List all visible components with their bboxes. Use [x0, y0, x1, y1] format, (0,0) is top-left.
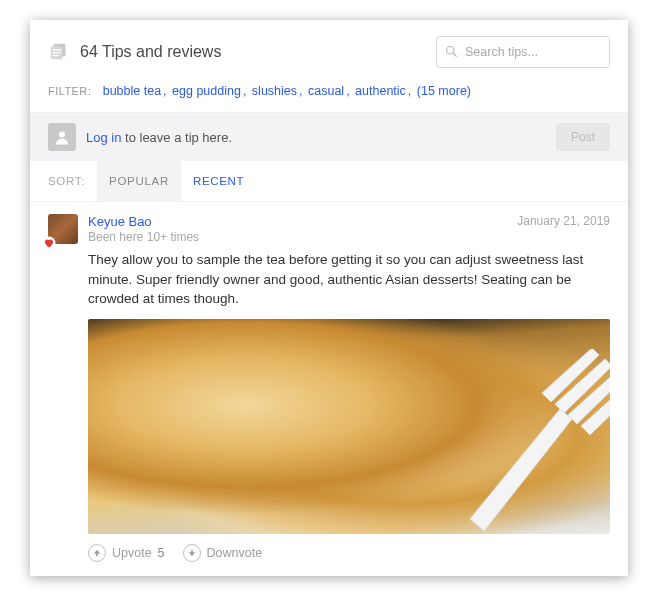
tip-photo[interactable]	[88, 319, 610, 534]
sort-bar: SORT: POPULAR RECENT	[30, 161, 628, 202]
downvote-button[interactable]: Downvote	[183, 544, 263, 562]
filter-more[interactable]: (15 more)	[417, 84, 471, 98]
tip-item: Keyue Bao Been here 10+ times January 21…	[30, 202, 628, 576]
page-title: 64 Tips and reviews	[80, 43, 426, 61]
sort-label: SORT:	[48, 175, 85, 187]
search-icon	[445, 45, 457, 60]
user-avatar-placeholder	[48, 123, 76, 151]
login-link[interactable]: Log in	[86, 130, 121, 145]
upvote-count: 5	[158, 546, 165, 560]
filter-link[interactable]: egg pudding	[172, 84, 241, 98]
filter-row: FILTER: bubble tea, egg pudding, slushie…	[30, 80, 628, 113]
search-box[interactable]	[436, 36, 610, 68]
filter-link[interactable]: casual	[308, 84, 344, 98]
filter-link[interactable]: authentic	[355, 84, 406, 98]
svg-point-4	[59, 131, 65, 137]
search-input[interactable]	[463, 44, 601, 60]
tip-header: Keyue Bao Been here 10+ times January 21…	[48, 214, 610, 244]
heart-icon	[42, 236, 56, 250]
tip-date: January 21, 2019	[517, 214, 610, 244]
downvote-label: Downvote	[207, 546, 263, 560]
svg-line-3	[453, 53, 456, 56]
filter-link[interactable]: slushies	[252, 84, 297, 98]
tips-panel: 64 Tips and reviews FILTER: bubble tea, …	[30, 20, 628, 576]
login-bar: Log in to leave a tip here. Post	[30, 113, 628, 161]
tab-popular[interactable]: POPULAR	[97, 161, 181, 201]
avatar[interactable]	[48, 214, 78, 244]
tip-subtitle: Been here 10+ times	[88, 230, 507, 244]
login-suffix: to leave a tip here.	[121, 130, 232, 145]
filter-link[interactable]: bubble tea	[103, 84, 161, 98]
tip-meta: Keyue Bao Been here 10+ times	[88, 214, 507, 244]
filter-label: FILTER:	[48, 85, 91, 97]
login-prompt: Log in to leave a tip here.	[86, 130, 546, 145]
tip-author[interactable]: Keyue Bao	[88, 214, 507, 229]
tip-actions: Upvote 5 Downvote	[88, 544, 610, 562]
post-button[interactable]: Post	[556, 123, 610, 151]
arrow-up-icon	[88, 544, 106, 562]
upvote-button[interactable]: Upvote 5	[88, 544, 165, 562]
tip-text: They allow you to sample the tea before …	[88, 250, 610, 309]
fork-icon	[440, 349, 610, 534]
tips-icon	[48, 41, 70, 63]
panel-header: 64 Tips and reviews	[30, 20, 628, 80]
tab-recent[interactable]: RECENT	[181, 161, 256, 201]
upvote-label: Upvote	[112, 546, 152, 560]
arrow-down-icon	[183, 544, 201, 562]
